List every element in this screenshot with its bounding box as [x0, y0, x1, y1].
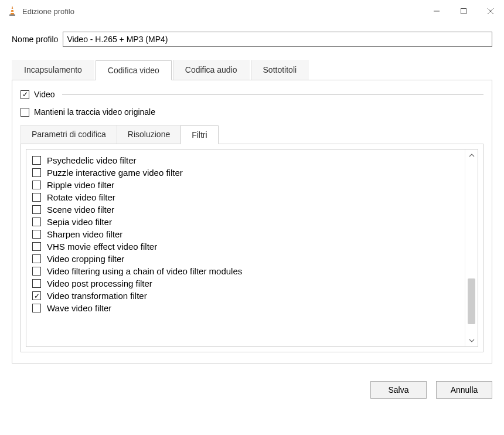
filter-label: Rotate video filter: [47, 192, 115, 202]
tab-codifica-audio[interactable]: Codifica audio: [173, 60, 250, 80]
filter-item[interactable]: Ripple video filter: [30, 179, 461, 191]
filter-label: Video post processing filter: [47, 278, 152, 288]
close-button[interactable]: [477, 2, 504, 21]
filter-label: Ripple video filter: [47, 180, 114, 190]
inner-tab-parametri-di-codifica[interactable]: Parametri di codifica: [21, 125, 117, 144]
scroll-down-icon[interactable]: [465, 335, 478, 346]
checkbox-icon: [32, 205, 41, 214]
profile-name-label: Nome profilo: [12, 35, 58, 44]
scroll-up-icon[interactable]: [465, 149, 478, 161]
cancel-button[interactable]: Annulla: [436, 381, 492, 399]
checkbox-icon: [21, 90, 29, 99]
filter-label: Wave video filter: [47, 303, 111, 313]
filter-label: Scene video filter: [47, 205, 114, 215]
checkbox-icon: [32, 230, 41, 239]
checkbox-icon: [32, 181, 41, 189]
filters-panel: Psychedelic video filterPuzzle interacti…: [21, 144, 483, 352]
filter-label: Video transformation filter: [47, 291, 147, 301]
filter-item[interactable]: Video filtering using a chain of video f…: [30, 265, 461, 277]
filter-label: VHS movie effect video filter: [47, 242, 157, 252]
profile-name-input[interactable]: [63, 32, 492, 47]
scrollbar-thumb[interactable]: [468, 278, 475, 324]
filter-item[interactable]: VHS movie effect video filter: [30, 240, 461, 253]
divider: [62, 94, 483, 95]
checkbox-icon: [32, 267, 41, 276]
filter-item[interactable]: Video post processing filter: [30, 277, 461, 290]
vlc-cone-icon: [7, 6, 18, 16]
filter-label: Sharpen video filter: [47, 229, 122, 239]
filter-item[interactable]: Sepia video filter: [30, 216, 461, 228]
inner-tab-filtri[interactable]: Filtri: [181, 125, 218, 144]
filter-label: Sepia video filter: [47, 217, 112, 227]
filter-label: Psychedelic video filter: [47, 155, 137, 165]
svg-rect-5: [461, 9, 466, 14]
video-checkbox[interactable]: Video: [21, 90, 55, 99]
filter-item[interactable]: Rotate video filter: [30, 191, 461, 203]
checkbox-icon: [32, 193, 41, 202]
filter-label: Video filtering using a chain of video f…: [47, 266, 242, 276]
svg-rect-2: [11, 12, 14, 13]
svg-marker-0: [11, 6, 14, 15]
svg-rect-3: [9, 15, 15, 16]
filters-listbox: Psychedelic video filterPuzzle interacti…: [26, 149, 478, 347]
maximize-button[interactable]: [450, 2, 477, 21]
filter-label: Video cropping filter: [47, 254, 124, 264]
keep-original-checkbox[interactable]: Mantieni la traccia video originale: [21, 107, 483, 117]
filter-item[interactable]: Wave video filter: [30, 302, 461, 314]
scrollbar[interactable]: [465, 149, 478, 346]
titlebar: Edizione profilo: [0, 0, 504, 22]
video-codec-panel: Video Mantieni la traccia video original…: [12, 80, 492, 363]
tab-incapsulamento[interactable]: Incapsulamento: [12, 60, 94, 80]
filter-item[interactable]: Sharpen video filter: [30, 228, 461, 240]
filter-label: Puzzle interactive game video filter: [47, 168, 183, 178]
filter-item[interactable]: Video cropping filter: [30, 253, 461, 265]
checkbox-icon: [32, 291, 41, 300]
checkbox-icon: [21, 108, 29, 117]
filter-item[interactable]: Puzzle interactive game video filter: [30, 166, 461, 179]
checkbox-icon: [32, 304, 41, 312]
checkbox-icon: [32, 279, 41, 288]
tab-sottotitoli[interactable]: Sottotitoli: [251, 60, 309, 80]
dialog-footer: Salva Annulla: [0, 372, 504, 399]
inner-tabs: Parametri di codificaRisoluzioneFiltri: [21, 125, 483, 144]
svg-rect-1: [11, 9, 14, 10]
checkbox-icon: [32, 254, 41, 263]
checkbox-icon: [32, 168, 41, 177]
profile-name-row: Nome profilo: [12, 32, 492, 47]
filter-item[interactable]: Video transformation filter: [30, 290, 461, 302]
inner-tab-risoluzione[interactable]: Risoluzione: [117, 125, 181, 144]
checkbox-icon: [32, 217, 41, 226]
keep-original-label: Mantieni la traccia video originale: [34, 107, 155, 117]
checkbox-icon: [32, 156, 41, 165]
checkbox-icon: [32, 242, 41, 251]
window-title: Edizione profilo: [22, 7, 74, 16]
filters-list: Psychedelic video filterPuzzle interacti…: [26, 149, 465, 346]
filter-item[interactable]: Psychedelic video filter: [30, 154, 461, 166]
tab-codifica-video[interactable]: Codifica video: [96, 60, 172, 80]
video-checkbox-label: Video: [34, 90, 55, 99]
save-button[interactable]: Salva: [370, 381, 427, 399]
filter-item[interactable]: Scene video filter: [30, 203, 461, 216]
minimize-button[interactable]: [423, 2, 450, 21]
outer-tabs: IncapsulamentoCodifica videoCodifica aud…: [12, 60, 492, 80]
